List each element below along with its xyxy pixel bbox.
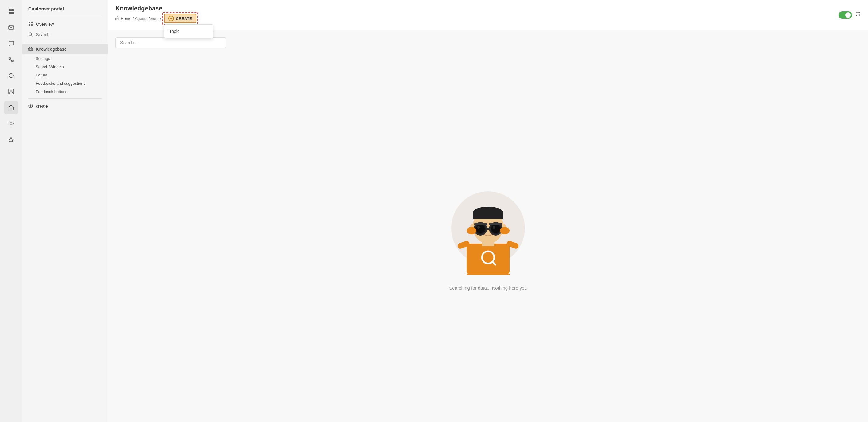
sidebar-sub-feedback-buttons[interactable]: Feedback buttons — [22, 88, 108, 96]
svg-point-42 — [477, 226, 480, 229]
svg-rect-18 — [29, 49, 33, 51]
svg-point-53 — [500, 227, 509, 234]
sidebar-item-knowledgebase[interactable]: Knowledgebase — [22, 44, 108, 54]
breadcrumb: Home / Agents forum / + CREATE — [116, 12, 198, 25]
create-dropdown: Topic — [164, 24, 213, 38]
overview-icon — [28, 22, 33, 27]
sidebar-sub-search-widgets[interactable]: Search Widgets — [22, 63, 108, 71]
svg-rect-48 — [474, 223, 487, 225]
svg-marker-11 — [8, 137, 13, 142]
search-input[interactable] — [116, 37, 226, 48]
svg-rect-0 — [9, 9, 11, 11]
nav-grid-icon[interactable] — [4, 5, 18, 19]
sidebar-item-search-label: Search — [36, 32, 50, 37]
content-area: Searching for data... Nothing here yet. — [108, 30, 868, 422]
svg-rect-4 — [9, 26, 13, 29]
create-outline: + CREATE Topic — [162, 12, 198, 25]
svg-point-46 — [493, 226, 495, 229]
create-button-label: CREATE — [176, 16, 192, 21]
breadcrumb-sep1: / — [133, 16, 134, 21]
icon-rail — [0, 0, 22, 422]
dropdown-item-topic[interactable]: Topic — [164, 26, 213, 37]
sidebar-item-overview-label: Overview — [36, 22, 54, 27]
svg-rect-3 — [11, 12, 13, 14]
sidebar-sub-forum[interactable]: Forum — [22, 71, 108, 79]
top-bar: Knowledgebase Home / Agents forum / — [108, 0, 868, 30]
svg-point-41 — [476, 224, 485, 233]
svg-rect-9 — [10, 108, 12, 110]
sidebar-item-overview[interactable]: Overview — [22, 19, 108, 29]
nav-settings-icon[interactable] — [4, 117, 18, 130]
sidebar-title: Customer portal — [22, 6, 108, 15]
toggle-area — [838, 11, 861, 19]
nav-mail-icon[interactable] — [4, 21, 18, 34]
svg-point-52 — [467, 227, 476, 234]
breadcrumb-icon — [116, 16, 120, 21]
nav-star-icon[interactable] — [4, 133, 18, 146]
dropdown-topic-label: Topic — [169, 29, 179, 34]
svg-rect-49 — [489, 223, 502, 225]
svg-point-5 — [9, 73, 13, 78]
empty-state-illustration — [448, 182, 528, 280]
breadcrumb-home[interactable]: Home — [121, 16, 131, 21]
svg-point-10 — [10, 123, 12, 124]
toggle-switch[interactable] — [838, 11, 852, 19]
toggle-slider — [838, 11, 852, 19]
page-title-text: Knowledgebase — [116, 5, 198, 12]
svg-rect-13 — [31, 22, 33, 23]
create-btn-wrapper: + CREATE Topic — [164, 14, 196, 23]
create-plus-icon — [28, 103, 33, 109]
top-bar-left: Knowledgebase Home / Agents forum / — [116, 5, 198, 25]
forum-label: Forum — [36, 73, 47, 78]
breadcrumb-forum[interactable]: Agents forum — [135, 16, 158, 21]
feedbacks-label: Feedbacks and suggestions — [36, 81, 85, 86]
sidebar-mid-divider — [28, 40, 102, 40]
settings-label: Settings — [36, 56, 50, 61]
sidebar-item-knowledgebase-label: Knowledgebase — [36, 47, 67, 52]
svg-point-16 — [29, 33, 32, 35]
search-widgets-label: Search Widgets — [36, 64, 64, 69]
svg-point-7 — [10, 90, 12, 92]
svg-rect-24 — [117, 19, 118, 20]
sidebar-item-search[interactable]: Search — [22, 29, 108, 40]
svg-point-45 — [491, 224, 500, 233]
svg-rect-26 — [467, 244, 509, 274]
page-title: Knowledgebase Home / Agents forum / — [116, 5, 198, 25]
svg-rect-15 — [31, 24, 33, 26]
sidebar-top-divider — [28, 15, 102, 16]
main-content: Knowledgebase Home / Agents forum / — [108, 0, 868, 422]
knowledgebase-icon — [28, 47, 33, 52]
sidebar-create[interactable]: create — [22, 101, 108, 112]
feedback-buttons-label: Feedback buttons — [36, 89, 67, 94]
refresh-icon[interactable] — [855, 11, 861, 19]
svg-line-17 — [31, 35, 33, 36]
breadcrumb-sep2: / — [160, 16, 161, 21]
sidebar-sub-settings[interactable]: Settings — [22, 54, 108, 63]
empty-state: Searching for data... Nothing here yet. — [116, 58, 861, 415]
nav-contacts-icon[interactable] — [4, 85, 18, 98]
nav-chat-icon[interactable] — [4, 37, 18, 50]
svg-rect-12 — [29, 22, 30, 23]
svg-rect-19 — [30, 49, 31, 51]
nav-circle-icon[interactable] — [4, 69, 18, 82]
svg-rect-8 — [9, 107, 13, 110]
svg-rect-23 — [116, 18, 120, 20]
search-icon — [28, 32, 33, 37]
create-plus-circle: + — [168, 16, 174, 21]
nav-phone-icon[interactable] — [4, 53, 18, 66]
nav-knowledgebase-icon[interactable] — [4, 101, 18, 114]
svg-rect-14 — [29, 24, 30, 26]
sidebar-create-label: create — [36, 104, 48, 109]
svg-rect-1 — [11, 9, 13, 11]
sidebar-sub-feedbacks[interactable]: Feedbacks and suggestions — [22, 79, 108, 88]
empty-state-text: Searching for data... Nothing here yet. — [449, 285, 527, 291]
svg-rect-2 — [9, 12, 11, 14]
create-button[interactable]: + CREATE — [164, 14, 196, 23]
svg-rect-47 — [486, 228, 490, 230]
sidebar: Customer portal Overview Search — [22, 0, 108, 422]
